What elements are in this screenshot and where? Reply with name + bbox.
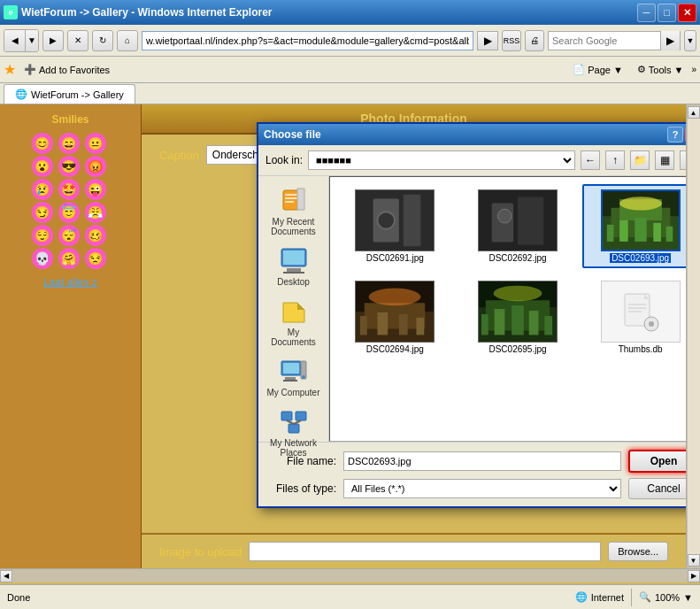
- scrollbar-up-button[interactable]: ▲: [688, 106, 700, 119]
- search-button[interactable]: ▶: [660, 31, 680, 50]
- back-button[interactable]: ◀: [4, 30, 26, 51]
- svg-rect-33: [635, 218, 646, 242]
- smiley-18[interactable]: 😒: [85, 248, 106, 269]
- smiley-9[interactable]: 😜: [85, 179, 106, 200]
- add-favorites-button[interactable]: ➕ Add to Favorites: [18, 61, 116, 78]
- smiley-5[interactable]: 😎: [58, 156, 80, 177]
- smiley-1[interactable]: 😊: [32, 133, 53, 154]
- smilies-grid: 😊 😄 😐 😮 😎 😡 😢 🤩 😜 😏 😇 😤 😌 😴 🥴 💀 🤗 😒: [32, 133, 110, 269]
- svg-rect-7: [283, 272, 304, 274]
- smiley-2[interactable]: 😄: [58, 133, 80, 154]
- show-all-smilies-link[interactable]: Laat alles z: [43, 276, 97, 289]
- network-places-icon: [280, 408, 308, 436]
- sidebar-item-mydocs[interactable]: My Documents: [262, 294, 326, 351]
- file-item-dsc02694[interactable]: DSC02694.jpg: [337, 275, 453, 359]
- status-zoom: 🔍 100% ▼: [639, 591, 693, 603]
- tools-button[interactable]: ⚙ Tools ▼: [631, 61, 690, 78]
- svg-point-53: [494, 286, 542, 302]
- stop-button[interactable]: ✕: [67, 30, 88, 51]
- page-icon: 📄: [573, 64, 585, 75]
- sidebar-item-mycomp[interactable]: My Computer: [262, 354, 326, 401]
- upload-input[interactable]: [249, 542, 601, 561]
- back-dropdown-button[interactable]: ▼: [26, 30, 38, 51]
- page-content-area: Photo Information Caption Choose file ? …: [142, 104, 686, 568]
- svg-rect-15: [296, 412, 306, 420]
- smiley-15[interactable]: 🥴: [85, 225, 106, 246]
- print-button[interactable]: 🖨: [525, 30, 544, 51]
- scroll-right-button[interactable]: ▶: [688, 570, 700, 582]
- look-in-select[interactable]: ■■■■■■: [308, 150, 575, 170]
- page-scrollbar[interactable]: ▲ ▼: [686, 104, 700, 568]
- dialog-newfolder-button[interactable]: 📁: [630, 150, 650, 170]
- cancel-button[interactable]: Cancel: [628, 478, 686, 499]
- svg-rect-49: [495, 309, 505, 335]
- file-label-dsc02693: DSC02693.jpg: [610, 253, 671, 263]
- home-button[interactable]: ⌂: [117, 30, 138, 51]
- svg-rect-43: [417, 318, 425, 335]
- file-thumb-dsc02695: [478, 281, 558, 343]
- smiley-12[interactable]: 😤: [85, 202, 106, 223]
- sidebar-item-desktop[interactable]: Desktop: [262, 243, 326, 290]
- browse-button[interactable]: Browse...: [608, 542, 668, 561]
- open-button[interactable]: Open: [628, 450, 686, 473]
- file-item-dsc02695[interactable]: DSC02695.jpg: [460, 275, 576, 359]
- my-computer-icon: [280, 358, 308, 386]
- status-divider: [631, 589, 632, 606]
- dialog-body: My RecentDocuments D: [258, 176, 686, 442]
- smiley-4[interactable]: 😮: [32, 156, 53, 177]
- smiley-10[interactable]: 😏: [32, 202, 53, 223]
- smiley-13[interactable]: 😌: [32, 225, 53, 246]
- scroll-left-button[interactable]: ◀: [0, 570, 12, 582]
- address-input[interactable]: [142, 31, 473, 50]
- filetype-select[interactable]: All Files (*.*): [343, 479, 621, 498]
- search-options-button[interactable]: ▼: [684, 30, 696, 51]
- dialog-views-dropdown-button[interactable]: ▼: [680, 150, 686, 170]
- go-button[interactable]: ▶: [477, 31, 498, 50]
- file-thumb-dsc02693: [601, 189, 681, 251]
- dialog-views-button[interactable]: ▦: [655, 150, 674, 170]
- upload-label: Image to upload: [159, 545, 242, 559]
- title-bar: e WietForum -> Gallery - Windows Interne…: [0, 0, 700, 25]
- file-item-dsc02692[interactable]: DSC02692.jpg: [460, 184, 576, 268]
- smiley-3[interactable]: 😐: [85, 133, 106, 154]
- close-button[interactable]: ✕: [678, 4, 696, 22]
- svg-line-18: [294, 420, 301, 424]
- file-item-dsc02693[interactable]: DSC02693.jpg: [582, 184, 686, 268]
- dialog-close-button[interactable]: ✕: [685, 127, 686, 143]
- file-item-thumbs-db[interactable]: Thumbs.db: [582, 275, 686, 359]
- file-label-dsc02695: DSC02695.jpg: [488, 344, 546, 354]
- rss-button[interactable]: RSS: [502, 30, 521, 51]
- smiley-8[interactable]: 🤩: [58, 179, 80, 200]
- smiley-14[interactable]: 😴: [58, 225, 80, 246]
- sidebar-item-recent[interactable]: My RecentDocuments: [262, 183, 326, 240]
- window-title: WietForum -> Gallery - Windows Internet …: [21, 6, 273, 19]
- file-thumb-thumbsdb: [601, 281, 681, 343]
- dialog-help-button[interactable]: ?: [667, 127, 683, 143]
- minimize-button[interactable]: ─: [637, 4, 656, 22]
- file-item-dsc02691[interactable]: DSC02691.jpg: [337, 184, 453, 268]
- filename-input[interactable]: [343, 451, 621, 471]
- scrollbar-down-button[interactable]: ▼: [688, 554, 700, 567]
- search-input[interactable]: [549, 35, 660, 46]
- svg-rect-2: [285, 197, 297, 199]
- page-button[interactable]: 📄 Page ▼: [566, 61, 629, 78]
- dialog-title-bar: Choose file ? ✕: [258, 124, 686, 145]
- smiley-17[interactable]: 🤗: [58, 248, 80, 269]
- file-thumb-dsc02692: [478, 189, 558, 251]
- maximize-button[interactable]: □: [658, 4, 676, 22]
- active-tab[interactable]: 🌐 WietForum -> Gallery: [4, 84, 135, 104]
- dialog-toolbar: Look in: ■■■■■■ ← ↑ 📁 ▦ ▼: [258, 145, 686, 176]
- svg-rect-51: [529, 311, 539, 335]
- recent-documents-icon: [280, 187, 308, 215]
- forward-button[interactable]: ▶: [42, 30, 64, 51]
- file-dialog: Choose file ? ✕ Look in: ■■■■■■ ← ↑ 📁 ▦: [257, 122, 686, 508]
- smiley-11[interactable]: 😇: [58, 202, 80, 223]
- smiley-6[interactable]: 😡: [85, 156, 106, 177]
- dialog-up-button[interactable]: ↑: [605, 150, 625, 170]
- address-bar: ◀ ▼ ▶ ✕ ↻ ⌂ ▶ RSS 🖨 ▶ ▼: [0, 25, 700, 57]
- refresh-button[interactable]: ↻: [92, 30, 113, 51]
- dialog-back-button[interactable]: ←: [581, 150, 600, 170]
- smiley-16[interactable]: 💀: [32, 248, 53, 269]
- smiley-7[interactable]: 😢: [32, 179, 53, 200]
- svg-point-22: [378, 212, 396, 229]
